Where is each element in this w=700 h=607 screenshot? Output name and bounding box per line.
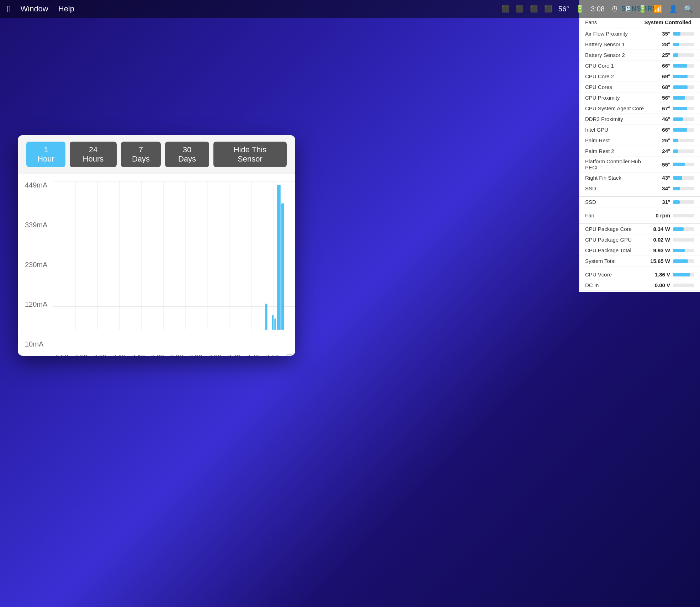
sensor-row-cpucore1: CPU Core 166°	[579, 60, 700, 71]
x-label-9: 7:43	[227, 353, 240, 356]
network-icon: ⬛	[544, 5, 552, 13]
sensor-value: 56°	[647, 95, 670, 101]
hide-sensor-button[interactable]: Hide This Sensor	[213, 142, 287, 167]
sensor-bar-container	[673, 53, 694, 57]
sensor-bar	[673, 227, 684, 231]
sensor-value: 66°	[647, 63, 670, 69]
y-label-0: 449mA	[25, 181, 50, 189]
user-icon: 👤	[669, 5, 678, 13]
separator-24	[579, 266, 700, 269]
svg-rect-14	[274, 318, 276, 329]
btn-24hours[interactable]: 24 Hours	[70, 142, 117, 167]
battery2-icon: 🔋	[638, 5, 647, 13]
time-machine-icon: ⏱	[611, 5, 618, 13]
sensor-name: Right Fin Stack	[585, 175, 647, 181]
sensor-name: Palm Rest 2	[585, 148, 647, 154]
sensor-row-batterysensor2: Battery Sensor 225°	[579, 50, 700, 60]
chart-y-axis: 449mA 339mA 230mA 120mA 10mA	[18, 174, 53, 356]
btn-7days[interactable]: 7 Days	[121, 142, 161, 167]
sensor-name: CPU Package GPU	[585, 237, 647, 243]
x-label-4: 7:18	[132, 353, 145, 356]
sensor-value: 34°	[647, 185, 670, 191]
sensor-value: 25°	[647, 52, 670, 58]
x-label-2: 7:08	[94, 353, 107, 356]
separator-17	[579, 207, 700, 210]
sensors-panel: SENSORS Fans System Controlled Air Flow …	[579, 0, 700, 292]
y-label-3: 120mA	[25, 300, 50, 308]
x-label-0: 6:58	[55, 353, 68, 356]
fans-value: System Controlled	[644, 19, 691, 25]
sensor-bar	[673, 176, 682, 180]
sensor-row-fan: Fan0 rpm	[579, 210, 700, 221]
chart-main: 6:58 7:03 7:08 7:13 7:18 7:23 7:28 7:33 …	[53, 174, 295, 356]
disk-icon: ⬛	[530, 5, 538, 13]
sensor-row-airflowproximity: Air Flow Proximity35°	[579, 28, 700, 39]
x-label-8: 7:38	[208, 353, 222, 356]
x-label-11: 7:53	[266, 353, 279, 356]
sensor-value: 24°	[647, 148, 670, 154]
sensor-row-dcin: DC In0.00 V	[579, 280, 700, 291]
sensor-name: Air Flow Proximity	[585, 31, 647, 37]
wifi-icon: 📶	[653, 5, 662, 13]
sensor-row-cpupackagetotal: CPU Package Total9.93 W	[579, 245, 700, 256]
chart-x-axis: 6:58 7:03 7:08 7:13 7:18 7:23 7:28 7:33 …	[53, 348, 295, 356]
sensor-name: DDR3 Proximity	[585, 116, 647, 122]
btn-30days[interactable]: 30 Days	[165, 142, 209, 167]
sensor-row-cpupackagecore: CPU Package Core8.34 W	[579, 224, 700, 234]
sensor-name: System Total	[585, 258, 647, 264]
sensor-bar	[673, 85, 688, 89]
sensor-bar-container	[673, 117, 694, 121]
sensor-bar-container	[673, 238, 694, 242]
sensor-value: 8.34 W	[647, 226, 670, 232]
apple-menu[interactable]: 	[7, 4, 11, 15]
sensor-value: 0.02 W	[647, 237, 670, 243]
sensor-value: 69°	[647, 73, 670, 79]
x-label-6: 7:28	[170, 353, 183, 356]
menu-window[interactable]: Window	[21, 4, 48, 14]
y-label-1: 339mA	[25, 221, 50, 229]
sensor-value: 43°	[647, 175, 670, 181]
y-label-2: 230mA	[25, 261, 50, 269]
sensor-name: Battery Sensor 1	[585, 41, 647, 47]
memory-icon: ⬛	[516, 5, 524, 13]
sensor-name: Intel GPU	[585, 127, 647, 133]
sensor-bar	[673, 187, 680, 190]
menu-help[interactable]: Help	[58, 4, 74, 14]
sensor-row-cpusystemagentcore: CPU System Agent Core67°	[579, 103, 700, 114]
search-icon[interactable]: 🔍	[684, 5, 693, 13]
sensor-bar-container	[673, 284, 694, 287]
sensor-name: CPU Package Total	[585, 247, 647, 253]
sensor-bar	[673, 75, 688, 78]
sensor-row-pbus: PBus11.59 V	[579, 291, 700, 292]
sensor-value: 28°	[647, 41, 670, 47]
clock: 3:08	[591, 5, 605, 13]
sensor-bar-container	[673, 200, 694, 204]
sensor-bar	[673, 200, 680, 204]
sensor-bar-container	[673, 64, 694, 68]
display-icon: 🖥	[625, 5, 632, 13]
sensor-value: 68°	[647, 84, 670, 90]
chart-area: 449mA 339mA 230mA 120mA 10mA	[18, 174, 295, 356]
btn-1hour[interactable]: 1 Hour	[26, 142, 65, 167]
sensor-name: SSD	[585, 185, 647, 191]
sensor-name: Palm Rest	[585, 137, 647, 143]
sensor-bar	[673, 128, 687, 132]
menubar-left:  Window Help	[7, 4, 74, 15]
sensor-bar	[673, 107, 687, 110]
sensor-bar-container	[673, 75, 694, 78]
chart-svg	[53, 181, 295, 348]
sensor-bar-container	[673, 85, 694, 89]
sensor-bar-container	[673, 227, 694, 231]
sensor-name: Platform Controller Hub PECI	[585, 158, 647, 170]
sensor-name: CPU Proximity	[585, 95, 647, 101]
sensor-bar-container	[673, 187, 694, 190]
sensor-rows-container: Air Flow Proximity35°Battery Sensor 128°…	[579, 28, 700, 292]
sensor-bar-container	[673, 149, 694, 153]
sensor-name: CPU Package Core	[585, 226, 647, 232]
sensor-name: CPU System Agent Core	[585, 105, 647, 111]
cpu-icon: ⬛	[502, 5, 509, 13]
sensor-name: CPU Core 1	[585, 63, 647, 69]
sensor-value: 0 rpm	[647, 212, 670, 218]
sensor-value: 55°	[647, 162, 670, 168]
battery-icon: 🔋	[576, 5, 584, 13]
